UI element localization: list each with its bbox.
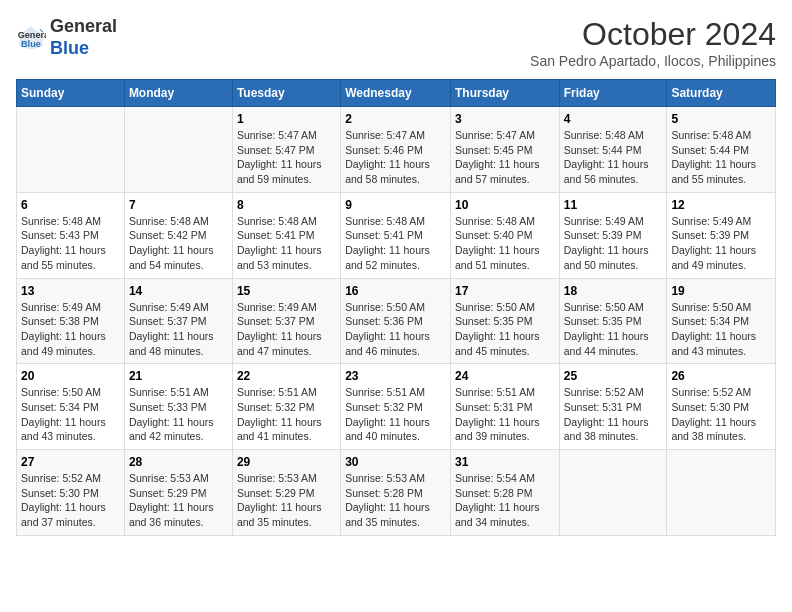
day-info: Sunrise: 5:53 AM Sunset: 5:29 PM Dayligh…	[129, 471, 228, 530]
day-info: Sunrise: 5:50 AM Sunset: 5:35 PM Dayligh…	[455, 300, 555, 359]
day-number: 9	[345, 198, 446, 212]
day-info: Sunrise: 5:51 AM Sunset: 5:33 PM Dayligh…	[129, 385, 228, 444]
month-title: October 2024	[530, 16, 776, 53]
calendar-cell: 27Sunrise: 5:52 AM Sunset: 5:30 PM Dayli…	[17, 450, 125, 536]
calendar-cell: 12Sunrise: 5:49 AM Sunset: 5:39 PM Dayli…	[667, 192, 776, 278]
day-info: Sunrise: 5:48 AM Sunset: 5:44 PM Dayligh…	[671, 128, 771, 187]
calendar-cell: 4Sunrise: 5:48 AM Sunset: 5:44 PM Daylig…	[559, 107, 667, 193]
weekday-header-row: SundayMondayTuesdayWednesdayThursdayFrid…	[17, 80, 776, 107]
day-number: 10	[455, 198, 555, 212]
weekday-thursday: Thursday	[450, 80, 559, 107]
day-number: 1	[237, 112, 336, 126]
calendar-cell: 18Sunrise: 5:50 AM Sunset: 5:35 PM Dayli…	[559, 278, 667, 364]
day-info: Sunrise: 5:50 AM Sunset: 5:36 PM Dayligh…	[345, 300, 446, 359]
day-number: 28	[129, 455, 228, 469]
day-number: 13	[21, 284, 120, 298]
day-number: 12	[671, 198, 771, 212]
calendar-cell	[559, 450, 667, 536]
day-info: Sunrise: 5:48 AM Sunset: 5:41 PM Dayligh…	[237, 214, 336, 273]
day-number: 11	[564, 198, 663, 212]
page-header: General Blue General Blue October 2024 S…	[16, 16, 776, 69]
logo-general: General	[50, 16, 117, 38]
day-number: 8	[237, 198, 336, 212]
day-info: Sunrise: 5:47 AM Sunset: 5:47 PM Dayligh…	[237, 128, 336, 187]
weekday-saturday: Saturday	[667, 80, 776, 107]
day-info: Sunrise: 5:51 AM Sunset: 5:31 PM Dayligh…	[455, 385, 555, 444]
day-number: 29	[237, 455, 336, 469]
calendar-cell: 24Sunrise: 5:51 AM Sunset: 5:31 PM Dayli…	[450, 364, 559, 450]
weekday-friday: Friday	[559, 80, 667, 107]
day-info: Sunrise: 5:49 AM Sunset: 5:39 PM Dayligh…	[564, 214, 663, 273]
day-number: 7	[129, 198, 228, 212]
calendar-cell: 6Sunrise: 5:48 AM Sunset: 5:43 PM Daylig…	[17, 192, 125, 278]
calendar-cell: 9Sunrise: 5:48 AM Sunset: 5:41 PM Daylig…	[341, 192, 451, 278]
calendar-cell: 15Sunrise: 5:49 AM Sunset: 5:37 PM Dayli…	[232, 278, 340, 364]
calendar-cell: 19Sunrise: 5:50 AM Sunset: 5:34 PM Dayli…	[667, 278, 776, 364]
day-info: Sunrise: 5:50 AM Sunset: 5:34 PM Dayligh…	[671, 300, 771, 359]
day-info: Sunrise: 5:52 AM Sunset: 5:30 PM Dayligh…	[671, 385, 771, 444]
calendar-week-2: 6Sunrise: 5:48 AM Sunset: 5:43 PM Daylig…	[17, 192, 776, 278]
day-number: 18	[564, 284, 663, 298]
day-info: Sunrise: 5:51 AM Sunset: 5:32 PM Dayligh…	[237, 385, 336, 444]
calendar-week-5: 27Sunrise: 5:52 AM Sunset: 5:30 PM Dayli…	[17, 450, 776, 536]
calendar-cell	[667, 450, 776, 536]
day-info: Sunrise: 5:48 AM Sunset: 5:41 PM Dayligh…	[345, 214, 446, 273]
day-info: Sunrise: 5:49 AM Sunset: 5:37 PM Dayligh…	[129, 300, 228, 359]
calendar-cell: 16Sunrise: 5:50 AM Sunset: 5:36 PM Dayli…	[341, 278, 451, 364]
calendar-cell: 20Sunrise: 5:50 AM Sunset: 5:34 PM Dayli…	[17, 364, 125, 450]
calendar-cell: 23Sunrise: 5:51 AM Sunset: 5:32 PM Dayli…	[341, 364, 451, 450]
calendar-cell: 31Sunrise: 5:54 AM Sunset: 5:28 PM Dayli…	[450, 450, 559, 536]
calendar-cell: 26Sunrise: 5:52 AM Sunset: 5:30 PM Dayli…	[667, 364, 776, 450]
day-info: Sunrise: 5:47 AM Sunset: 5:45 PM Dayligh…	[455, 128, 555, 187]
day-number: 31	[455, 455, 555, 469]
logo-icon: General Blue	[16, 23, 46, 53]
day-number: 15	[237, 284, 336, 298]
day-number: 24	[455, 369, 555, 383]
calendar-week-3: 13Sunrise: 5:49 AM Sunset: 5:38 PM Dayli…	[17, 278, 776, 364]
calendar-cell: 21Sunrise: 5:51 AM Sunset: 5:33 PM Dayli…	[124, 364, 232, 450]
weekday-wednesday: Wednesday	[341, 80, 451, 107]
weekday-tuesday: Tuesday	[232, 80, 340, 107]
day-number: 20	[21, 369, 120, 383]
day-info: Sunrise: 5:53 AM Sunset: 5:28 PM Dayligh…	[345, 471, 446, 530]
calendar-cell: 22Sunrise: 5:51 AM Sunset: 5:32 PM Dayli…	[232, 364, 340, 450]
day-number: 25	[564, 369, 663, 383]
day-info: Sunrise: 5:49 AM Sunset: 5:37 PM Dayligh…	[237, 300, 336, 359]
day-number: 2	[345, 112, 446, 126]
calendar-cell: 8Sunrise: 5:48 AM Sunset: 5:41 PM Daylig…	[232, 192, 340, 278]
calendar-week-1: 1Sunrise: 5:47 AM Sunset: 5:47 PM Daylig…	[17, 107, 776, 193]
calendar-cell: 28Sunrise: 5:53 AM Sunset: 5:29 PM Dayli…	[124, 450, 232, 536]
day-info: Sunrise: 5:49 AM Sunset: 5:39 PM Dayligh…	[671, 214, 771, 273]
day-info: Sunrise: 5:47 AM Sunset: 5:46 PM Dayligh…	[345, 128, 446, 187]
calendar-cell: 29Sunrise: 5:53 AM Sunset: 5:29 PM Dayli…	[232, 450, 340, 536]
calendar-cell: 7Sunrise: 5:48 AM Sunset: 5:42 PM Daylig…	[124, 192, 232, 278]
day-number: 21	[129, 369, 228, 383]
weekday-monday: Monday	[124, 80, 232, 107]
calendar-cell: 14Sunrise: 5:49 AM Sunset: 5:37 PM Dayli…	[124, 278, 232, 364]
day-number: 19	[671, 284, 771, 298]
day-info: Sunrise: 5:52 AM Sunset: 5:31 PM Dayligh…	[564, 385, 663, 444]
day-info: Sunrise: 5:50 AM Sunset: 5:35 PM Dayligh…	[564, 300, 663, 359]
day-number: 30	[345, 455, 446, 469]
calendar-body: 1Sunrise: 5:47 AM Sunset: 5:47 PM Daylig…	[17, 107, 776, 536]
logo: General Blue General Blue	[16, 16, 117, 59]
calendar-cell: 30Sunrise: 5:53 AM Sunset: 5:28 PM Dayli…	[341, 450, 451, 536]
day-info: Sunrise: 5:49 AM Sunset: 5:38 PM Dayligh…	[21, 300, 120, 359]
calendar-cell: 25Sunrise: 5:52 AM Sunset: 5:31 PM Dayli…	[559, 364, 667, 450]
title-block: October 2024 San Pedro Apartado, Ilocos,…	[530, 16, 776, 69]
calendar-table: SundayMondayTuesdayWednesdayThursdayFrid…	[16, 79, 776, 536]
calendar-cell: 13Sunrise: 5:49 AM Sunset: 5:38 PM Dayli…	[17, 278, 125, 364]
day-number: 4	[564, 112, 663, 126]
day-number: 17	[455, 284, 555, 298]
calendar-cell: 3Sunrise: 5:47 AM Sunset: 5:45 PM Daylig…	[450, 107, 559, 193]
day-number: 3	[455, 112, 555, 126]
calendar-cell: 1Sunrise: 5:47 AM Sunset: 5:47 PM Daylig…	[232, 107, 340, 193]
day-info: Sunrise: 5:54 AM Sunset: 5:28 PM Dayligh…	[455, 471, 555, 530]
calendar-cell: 5Sunrise: 5:48 AM Sunset: 5:44 PM Daylig…	[667, 107, 776, 193]
day-info: Sunrise: 5:48 AM Sunset: 5:44 PM Dayligh…	[564, 128, 663, 187]
day-info: Sunrise: 5:52 AM Sunset: 5:30 PM Dayligh…	[21, 471, 120, 530]
day-info: Sunrise: 5:53 AM Sunset: 5:29 PM Dayligh…	[237, 471, 336, 530]
day-number: 16	[345, 284, 446, 298]
location-subtitle: San Pedro Apartado, Ilocos, Philippines	[530, 53, 776, 69]
calendar-week-4: 20Sunrise: 5:50 AM Sunset: 5:34 PM Dayli…	[17, 364, 776, 450]
